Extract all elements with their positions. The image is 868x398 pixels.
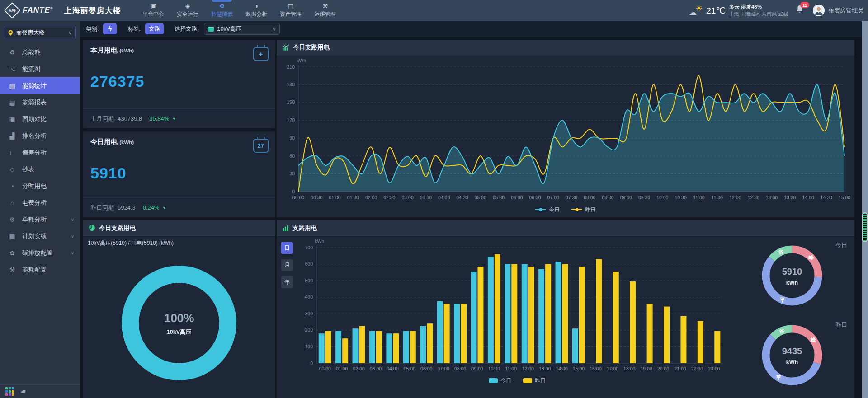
ranking-analysis-icon: ▟ [8, 132, 16, 140]
svg-text:04:00: 04:00 [387, 366, 398, 371]
today-branch-donut-card: 今日支路用电 10kV高压(5910) / 用电(5910) (kWh) 100… [83, 220, 275, 398]
sidebar-item-能源统计[interactable]: ▥ 能源统计 [0, 77, 80, 94]
svg-text:04:30: 04:30 [456, 195, 468, 200]
calendar-day-icon: 27 [253, 139, 269, 153]
energy-icon: ♻ [219, 3, 225, 9]
nav-item-运维管理[interactable]: ⚒ 运维管理 [310, 0, 340, 21]
nav-item-平台中心[interactable]: ▣ 平台中心 [138, 0, 169, 21]
apps-grid-icon[interactable] [5, 387, 14, 396]
sidebar-item-总能耗[interactable]: ♻ 总能耗 [0, 44, 80, 61]
chevron-down-icon: ∨ [68, 30, 72, 36]
nav-item-数据分析[interactable]: ◑ 数据分析 [241, 0, 272, 21]
tag-branch-button[interactable]: 支路 [145, 23, 164, 34]
energy-config-icon: ⚒ [8, 266, 16, 273]
sidebar-item-能源报表[interactable]: ▦ 能源报表 [0, 94, 80, 111]
svg-text:平: 平 [776, 375, 782, 380]
weather-condition: 多云 湿度46% [729, 4, 788, 10]
today-usage-value: 5910 [83, 153, 275, 182]
period-button-日[interactable]: 日 [281, 242, 293, 254]
svg-text:600: 600 [305, 261, 313, 267]
svg-text:5910: 5910 [782, 267, 802, 276]
page-scrollbar [862, 21, 868, 398]
collapse-menu-icon[interactable]: ◂≡ [20, 388, 25, 395]
svg-text:12:00: 12:00 [729, 195, 741, 200]
chevron-down-icon: ∨ [272, 26, 276, 32]
sidebar-item-抄表[interactable]: ◇ 抄表 [0, 161, 80, 178]
legend-swatch-icon [523, 378, 532, 383]
svg-text:01:00: 01:00 [329, 195, 340, 200]
sidebar-item-碳排放配置[interactable]: ✿ 碳排放配置∨ [0, 244, 80, 261]
svg-text:14:00: 14:00 [556, 366, 567, 371]
svg-text:00:30: 00:30 [311, 195, 322, 200]
svg-text:01:00: 01:00 [336, 366, 348, 371]
svg-text:18:00: 18:00 [623, 366, 635, 371]
notifications-button[interactable]: 11 [795, 4, 807, 17]
nav-item-安全运行[interactable]: ◈ 安全运行 [172, 0, 203, 21]
svg-text:23:00: 23:00 [708, 366, 720, 371]
site-selector[interactable]: 丽婴房大楼 ∨ [4, 26, 76, 39]
notification-badge: 11 [800, 2, 809, 8]
svg-text:10kV高压: 10kV高压 [167, 329, 192, 335]
period-button-年[interactable]: 年 [281, 276, 293, 288]
nav-item-智慧能源[interactable]: ♻ 智慧能源 [207, 0, 237, 21]
svg-text:06:00: 06:00 [420, 366, 432, 371]
svg-text:02:30: 02:30 [383, 195, 395, 200]
branch-select[interactable]: 10kV高压 ∨ [204, 23, 280, 35]
legend-item-昨日[interactable]: 昨日 [571, 206, 596, 214]
sidebar-item-分时用电[interactable]: ◔ 分时用电 [0, 178, 80, 194]
monthly-usage-card: 本月用电 (kWh) + 276375 上月同期 430739.8 35.84%… [83, 40, 275, 128]
app-root: 凡特 FANTE® 上海丽婴房大楼 ▣ 平台中心◈ 安全运行♻ 智慧能源◑ 数据… [0, 0, 868, 398]
svg-text:150: 150 [287, 99, 295, 105]
user-menu[interactable]: 丽婴房管理员 [813, 5, 863, 16]
monthly-usage-value: 276375 [83, 61, 275, 90]
security-icon: ◈ [185, 3, 190, 9]
sidebar-item-排名分析[interactable]: ▟ 排名分析 [0, 127, 80, 144]
svg-text:11:30: 11:30 [711, 195, 723, 200]
legend-marker-icon [535, 209, 546, 210]
percent-change: 0.24% [143, 204, 160, 211]
legend-item-今日[interactable]: 今日 [489, 377, 511, 384]
trend-down-icon[interactable]: ▾ [173, 116, 175, 121]
monthly-usage-title: 本月用电 (kWh) [90, 46, 134, 55]
bar-chart-icon [282, 225, 289, 231]
sidebar-item-单耗分析[interactable]: ⚙ 单耗分析∨ [0, 211, 80, 228]
legend-item-今日[interactable]: 今日 [535, 206, 560, 214]
svg-text:14:00: 14:00 [802, 195, 814, 200]
legend-marker-icon [571, 209, 582, 210]
svg-text:09:30: 09:30 [638, 195, 650, 200]
svg-text:22:00: 22:00 [691, 366, 703, 371]
svg-text:03:00: 03:00 [370, 366, 382, 371]
sidebar-footer: ◂≡ [0, 384, 80, 398]
sidebar-item-能流图[interactable]: ⌥ 能流图 [0, 61, 80, 77]
svg-text:08:00: 08:00 [454, 366, 466, 371]
main-content: 本月用电 (kWh) + 276375 上月同期 430739.8 35.84%… [80, 37, 862, 398]
weather-location: 上海 上海城区 东南风 ≤3级 [729, 11, 788, 17]
avatar [813, 5, 825, 16]
svg-text:09:00: 09:00 [620, 195, 632, 200]
scrollbar-thumb[interactable] [862, 212, 868, 242]
sidebar-item-偏差分析[interactable]: ∟ 偏差分析 [0, 144, 80, 161]
period-button-月[interactable]: 月 [281, 259, 293, 271]
tag-label: 标签: [127, 25, 140, 33]
brand-logo-icon: 凡特 [4, 2, 21, 19]
svg-text:峰: 峰 [809, 255, 814, 260]
sidebar-item-能耗配置[interactable]: ⚒ 能耗配置 [0, 261, 80, 278]
svg-text:kWh: kWh [786, 280, 798, 286]
trend-down-icon[interactable]: ▾ [163, 205, 165, 210]
sidebar-item-同期对比[interactable]: ▣ 同期对比 [0, 111, 80, 127]
svg-text:05:00: 05:00 [475, 195, 486, 200]
sidebar-item-电费分析[interactable]: ⌂ 电费分析 [0, 194, 80, 211]
svg-text:07:30: 07:30 [566, 195, 577, 200]
brand: 凡特 FANTE® 上海丽婴房大楼 [0, 5, 121, 16]
nav-item-资产管理[interactable]: ▤ 资产管理 [275, 0, 306, 21]
svg-text:0: 0 [310, 361, 313, 366]
brand-name: FANTE® [23, 6, 53, 15]
analytics-icon: ◑ [255, 3, 258, 9]
sidebar-menu: ♻ 总能耗⌥ 能流图▥ 能源统计▦ 能源报表▣ 同期对比▟ 排名分析∟ 偏差分析… [0, 44, 80, 278]
legend-item-昨日[interactable]: 昨日 [523, 377, 546, 384]
compare-label: 昨日同期 [90, 204, 114, 212]
category-electricity-button[interactable]: ϟ [103, 23, 117, 34]
sidebar-item-计划实绩[interactable]: ▤ 计划实绩∨ [0, 228, 80, 244]
compare-label: 上月同期 [90, 115, 114, 123]
meter-reading-icon: ◇ [8, 166, 16, 173]
